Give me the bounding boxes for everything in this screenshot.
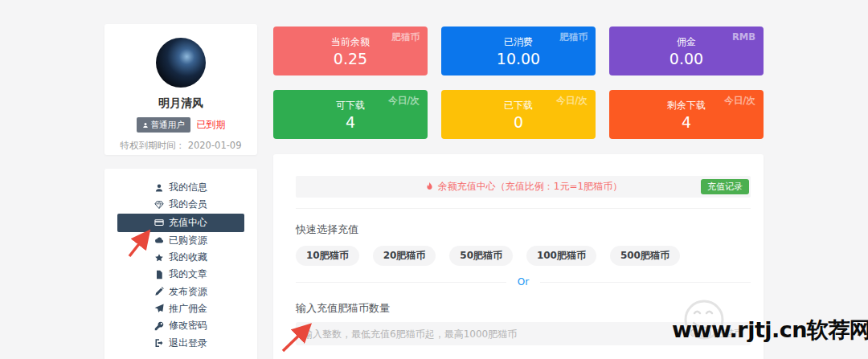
or-divider: Or: [296, 276, 751, 288]
sidebar-item-label: 我的文章: [169, 267, 207, 281]
stat-card-label: 可下载: [336, 99, 365, 112]
sidebar-item-label: 充值中心: [169, 216, 207, 230]
stat-card-label: 已消费: [504, 35, 533, 49]
user-type-badge: 普通用户: [137, 117, 190, 133]
stats-grid: 肥猫币 当前余额 0.25 肥猫币 已消费 10.00 RMB 佣金 0.00 …: [273, 27, 764, 139]
section-divider: [296, 208, 751, 209]
sidebar-item-label: 发布资源: [169, 285, 207, 299]
stat-card-remaining-downloads: 今日/次 剩余下载 4: [609, 90, 764, 139]
person-icon: [142, 122, 149, 129]
document-icon: [154, 270, 164, 279]
profile-name: 明月清风: [104, 96, 257, 111]
stat-card-balance: 肥猫币 当前余额 0.25: [273, 27, 428, 75]
stat-card-value: 4: [346, 115, 355, 130]
sidebar-item-purchased-resources[interactable]: 已购资源: [117, 232, 244, 249]
stat-card-commission: RMB 佣金 0.00: [609, 27, 764, 75]
avatar: [156, 38, 206, 88]
stat-card-downloadable: 今日/次 可下载 4: [273, 90, 428, 139]
recharge-notice-bar: 余额充值中心（充值比例：1元=1肥猫币） 充值记录: [296, 176, 751, 198]
sidebar-item-label: 我的会员: [169, 198, 207, 211]
sidebar-item-recharge-center[interactable]: 充值中心: [117, 214, 244, 232]
credit-card-icon: [154, 218, 164, 227]
quick-amount-20[interactable]: 20肥猫币: [373, 246, 436, 266]
recharge-record-button[interactable]: 充值记录: [701, 179, 749, 194]
sidebar-item-my-favorites[interactable]: 我的收藏: [117, 249, 244, 266]
sidebar-menu: 我的信息 我的会员 充值中心 已购资源 我的收藏 我的文章 发布资源 推广佣金 …: [104, 169, 257, 359]
user-type-badge-label: 普通用户: [151, 120, 185, 131]
profile-badges: 普通用户 已到期: [104, 117, 257, 133]
stat-card-tag: 今日/次: [556, 95, 588, 107]
stat-card-value: 4: [682, 115, 691, 130]
stat-card-value: 0: [514, 115, 523, 130]
stat-card-tag: 今日/次: [388, 95, 420, 107]
gem-icon: [154, 200, 164, 210]
or-label: Or: [518, 276, 529, 288]
sidebar-item-label: 推广佣金: [169, 302, 207, 316]
stat-card-tag: 肥猫币: [560, 31, 588, 43]
stat-card-label: 佣金: [677, 35, 696, 49]
watermark: www.rjtj.cn软荐网: [672, 316, 868, 345]
logout-icon: [154, 338, 164, 348]
sidebar-item-publish-resource[interactable]: 发布资源: [117, 283, 244, 300]
profile-card: 明月清风 普通用户 已到期 特权到期时间： 2020-01-09: [104, 24, 257, 155]
stat-card-label: 剩余下载: [667, 99, 706, 112]
quick-amount-10[interactable]: 10肥猫币: [296, 246, 359, 266]
stat-card-downloaded: 今日/次 已下载 0: [441, 90, 596, 139]
sidebar-item-logout[interactable]: 退出登录: [117, 334, 244, 351]
stat-card-value: 0.25: [334, 51, 367, 67]
paper-plane-icon: [154, 304, 164, 313]
stat-card-label: 当前余额: [331, 35, 370, 49]
quick-amount-50[interactable]: 50肥猫币: [449, 246, 513, 266]
quick-select-title: 快速选择充值: [296, 222, 751, 237]
user-icon: [154, 183, 164, 193]
stat-card-tag: RMB: [732, 31, 755, 43]
quick-amount-options: 10肥猫币 20肥猫币 50肥猫币 100肥猫币 500肥猫币: [296, 246, 680, 266]
sidebar-item-label: 我的信息: [169, 181, 207, 194]
recharge-amount-input[interactable]: [303, 328, 683, 340]
stat-card-tag: 肥猫币: [392, 31, 420, 43]
privilege-expiry-text: 特权到期时间： 2020-01-09: [104, 140, 257, 152]
expired-badge: 已到期: [197, 118, 226, 132]
stat-card-tag: 今日/次: [724, 95, 755, 107]
quick-amount-100[interactable]: 100肥猫币: [526, 246, 596, 266]
sidebar-item-my-info[interactable]: 我的信息: [117, 179, 244, 196]
sidebar-item-label: 退出登录: [169, 337, 207, 350]
sidebar-item-my-articles[interactable]: 我的文章: [117, 266, 244, 283]
sidebar-item-change-password[interactable]: 修改密码: [117, 317, 244, 334]
sidebar-item-label: 已购资源: [169, 234, 207, 247]
star-icon: [154, 253, 164, 263]
pencil-icon: [154, 287, 164, 296]
stat-card-consumed: 肥猫币 已消费 10.00: [441, 27, 596, 75]
recharge-notice: 余额充值中心（充值比例：1元=1肥猫币）: [424, 180, 622, 194]
sidebar-item-promotion-commission[interactable]: 推广佣金: [117, 300, 244, 317]
stat-card-label: 已下载: [504, 99, 533, 112]
quick-amount-500[interactable]: 500肥猫币: [610, 246, 680, 266]
sidebar-item-label: 修改密码: [169, 319, 207, 332]
recharge-notice-text: 余额充值中心（充值比例：1元=1肥猫币）: [438, 180, 622, 194]
cloud-icon: [154, 235, 164, 245]
stat-card-value: 10.00: [497, 51, 540, 67]
sidebar-item-my-membership[interactable]: 我的会员: [117, 196, 244, 213]
key-icon: [154, 321, 164, 331]
sidebar-item-label: 我的收藏: [169, 251, 207, 264]
fire-icon: [424, 182, 435, 192]
stat-card-value: 0.00: [669, 51, 703, 67]
